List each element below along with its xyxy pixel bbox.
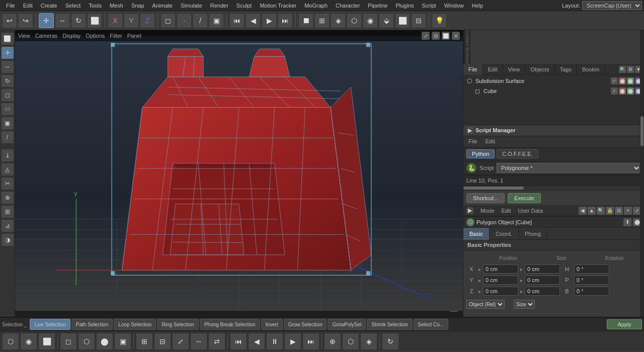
bottom-btn-21[interactable]: ↻ [382, 333, 399, 350]
menu-edit[interactable]: Edit [19, 0, 37, 11]
left-btn-move[interactable]: ✛ [1, 46, 14, 59]
execute-button[interactable]: Execute [508, 193, 541, 203]
coord-type-select[interactable]: Object (Rel) [466, 300, 505, 309]
view-btn1[interactable]: 🔲 [298, 13, 313, 28]
vp-options-btn[interactable]: Options [86, 33, 105, 39]
mode-btn-edit[interactable]: Edit [500, 208, 513, 214]
shrink-selection-btn[interactable]: Shrink Selection [367, 319, 412, 330]
grow-poly-sel-btn[interactable]: GrowPolySel [328, 319, 366, 330]
bottom-btn-11[interactable]: ↔ [190, 333, 207, 350]
rotate-tool-button[interactable]: ↻ [71, 13, 86, 28]
menu-script[interactable]: Script [418, 0, 440, 11]
layout-select[interactable]: ScreenCap (User) [582, 1, 642, 10]
view-btn2[interactable]: ⊞ [314, 13, 330, 28]
render-btn1[interactable]: 💡 [432, 13, 447, 28]
bottom-btn-8[interactable]: ⊞ [136, 333, 153, 350]
menu-select[interactable]: Select [61, 0, 85, 11]
bottom-btn-1[interactable]: ⬡ [2, 333, 19, 350]
left-btn-scale[interactable]: ↔ [1, 60, 14, 73]
move-tool-button[interactable]: ✛ [39, 13, 54, 28]
om-tab-bookm[interactable]: Bookm [577, 64, 605, 75]
script-manager-collapse[interactable]: ▶ [466, 127, 473, 134]
y-size-arrow[interactable]: ▸ [520, 278, 523, 283]
z-pos-arrow[interactable]: ▸ [478, 289, 481, 294]
script-name-select[interactable]: Polygnome * [497, 163, 641, 173]
bottom-btn-12[interactable]: ⇄ [208, 333, 225, 350]
view-btn7[interactable]: ⬜ [395, 13, 410, 28]
mode-collapse[interactable]: ▶ [466, 207, 473, 214]
object-row-cube[interactable]: ◻ Cube ✓ ⬤ ⬤ ⬤ [463, 86, 644, 96]
left-btn-smoothing[interactable]: ◑ [1, 233, 14, 246]
left-btn-rotate[interactable]: ↻ [1, 74, 14, 87]
om-tab-tags[interactable]: Tags [555, 64, 577, 75]
phong-break-btn[interactable]: Phong Break Selection [200, 319, 260, 330]
bottom-btn-2[interactable]: ◉ [20, 333, 37, 350]
scale-tool-button[interactable]: ↔ [55, 13, 70, 28]
props-scrollbar[interactable] [640, 216, 644, 317]
edges-mode-button[interactable]: / [193, 13, 208, 28]
menu-character[interactable]: Character [332, 0, 364, 11]
script-edit-btn[interactable]: Edit [482, 138, 498, 144]
lang-python-btn[interactable]: Python [466, 149, 495, 158]
left-btn-points[interactable]: ·∷ [1, 103, 14, 116]
obj-vis-icon[interactable]: ✓ [611, 77, 618, 84]
om-icon-search[interactable]: 🔍 [619, 66, 626, 73]
anim-btn1[interactable]: ⏮ [229, 13, 245, 28]
menu-create[interactable]: Create [37, 0, 61, 11]
menu-render[interactable]: Render [206, 0, 232, 11]
cube-vis-icon[interactable]: ✓ [611, 87, 618, 95]
bottom-btn-14[interactable]: ◀ [248, 333, 265, 350]
bottom-btn-5[interactable]: ⬡ [78, 333, 95, 350]
bottom-btn-3[interactable]: ⬜ [38, 333, 55, 350]
bottom-btn-19[interactable]: ⬡ [342, 333, 359, 350]
left-btn-select[interactable]: ⬜ [1, 32, 14, 45]
om-icon-gear[interactable]: ⚙ [627, 66, 634, 73]
left-btn-edge[interactable]: / [1, 131, 14, 144]
om-tab-view[interactable]: View [503, 64, 526, 75]
menu-window[interactable]: Window [440, 0, 468, 11]
lang-coffee-btn[interactable]: C.O.F.F.E.E. [497, 149, 538, 158]
mode-nav-add[interactable]: + [624, 207, 632, 215]
obj-render-icon[interactable]: ⬤ [619, 77, 626, 84]
anim-btn2[interactable]: ◀ [246, 13, 261, 28]
mode-btn-userdata[interactable]: User Data [516, 208, 545, 214]
left-btn-bevel[interactable]: ◬ [1, 163, 14, 176]
om-tab-edit[interactable]: Edit [483, 64, 503, 75]
menu-snap[interactable]: Snap [127, 0, 148, 11]
left-btn-bridge[interactable]: ⊞ [1, 205, 14, 218]
z-pos-input[interactable] [483, 287, 518, 296]
bottom-btn-6[interactable]: ⬤ [96, 333, 113, 350]
menu-plugins[interactable]: Plugins [391, 0, 418, 11]
vp-display-btn[interactable]: Display [62, 33, 80, 39]
horizontal-scrollbar[interactable] [463, 186, 644, 190]
obj-lock-icon[interactable]: ⬤ [627, 77, 634, 84]
view-btn8[interactable]: ⊟ [411, 13, 426, 28]
shortcut-button[interactable]: Shortcut... [466, 193, 505, 203]
undo-button[interactable]: ↩ [2, 13, 17, 28]
menu-motion-tracker[interactable]: Motion Tracker [256, 0, 300, 11]
menu-simulate[interactable]: Simulate [177, 0, 206, 11]
menu-file[interactable]: File [2, 0, 19, 11]
mode-nav-search[interactable]: 🔍 [597, 207, 605, 215]
bottom-btn-10[interactable]: ⤢ [172, 333, 189, 350]
view-btn4[interactable]: ⬡ [347, 13, 362, 28]
apply-button[interactable]: Apply [607, 319, 642, 329]
x-pos-input[interactable] [483, 265, 518, 274]
props-action-1[interactable]: ⬆ [623, 218, 631, 226]
mode-nav-lock[interactable]: 🔒 [606, 207, 614, 215]
left-btn-obj[interactable]: ◻ [1, 89, 14, 102]
menu-pipeline[interactable]: Pipeline [364, 0, 391, 11]
menu-help[interactable]: Help [468, 0, 488, 11]
x-size-input[interactable] [525, 265, 560, 274]
y-axis-button[interactable]: Y [124, 13, 139, 28]
invert-btn[interactable]: Invert [261, 319, 283, 330]
cube-render-icon[interactable]: ⬤ [619, 87, 626, 95]
menu-mograph[interactable]: MoGraph [300, 0, 332, 11]
left-btn-loop[interactable]: ⊕ [1, 191, 14, 204]
left-btn-poly[interactable]: ▣ [1, 117, 14, 130]
bottom-btn-16[interactable]: ▶ [284, 333, 301, 350]
bottom-btn-20[interactable]: ◈ [360, 333, 377, 350]
view-btn6[interactable]: ⬙ [379, 13, 394, 28]
path-selection-btn[interactable]: Path Selection [71, 319, 113, 330]
menu-animate[interactable]: Animate [148, 0, 177, 11]
